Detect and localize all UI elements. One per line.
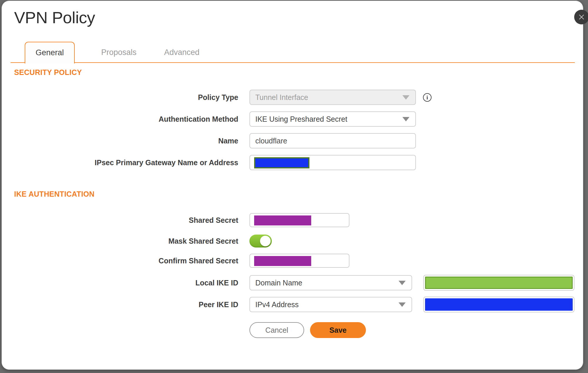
- peer-ike-id-label: Peer IKE ID: [2, 297, 238, 312]
- redacted-peer-ike-id-value: [425, 298, 573, 311]
- policy-type-select: Tunnel Interface: [249, 90, 416, 105]
- section-header-security-policy: SECURITY POLICY: [14, 68, 82, 77]
- name-input[interactable]: cloudflare: [249, 133, 416, 148]
- confirm-shared-secret-input[interactable]: [249, 254, 349, 268]
- tab-bar: General Proposals Advanced: [11, 42, 575, 63]
- local-ike-id-value-input[interactable]: [423, 275, 574, 291]
- shared-secret-input[interactable]: [249, 213, 349, 227]
- chevron-down-icon: [402, 95, 409, 100]
- tab-proposals[interactable]: Proposals: [89, 42, 148, 63]
- authentication-method-label: Authentication Method: [2, 111, 238, 127]
- ipsec-gateway-input[interactable]: [249, 155, 416, 170]
- ipsec-gateway-label: IPsec Primary Gateway Name or Address: [2, 155, 238, 170]
- chevron-down-icon: [402, 117, 409, 121]
- save-button[interactable]: Save: [310, 322, 366, 338]
- mask-shared-secret-toggle[interactable]: [249, 235, 272, 247]
- confirm-shared-secret-label: Confirm Shared Secret: [2, 254, 238, 268]
- mask-shared-secret-label: Mask Shared Secret: [2, 235, 238, 247]
- cancel-button[interactable]: Cancel: [249, 322, 304, 338]
- dialog-title: VPN Policy: [14, 8, 95, 27]
- peer-ike-id-value-input[interactable]: [423, 297, 574, 312]
- tab-general[interactable]: General: [25, 42, 75, 63]
- redacted-shared-secret-value: [254, 215, 311, 225]
- name-value: cloudflare: [255, 137, 287, 145]
- chevron-down-icon: [399, 281, 406, 285]
- redacted-local-ike-id-value: [425, 277, 573, 289]
- vpn-policy-dialog: VPN Policy General Proposals Advanced SE…: [1, 1, 583, 370]
- close-button[interactable]: [574, 10, 588, 24]
- peer-ike-id-select[interactable]: IPv4 Address: [249, 297, 412, 312]
- authentication-method-select[interactable]: IKE Using Preshared Secret: [249, 111, 416, 127]
- tab-advanced[interactable]: Advanced: [152, 42, 211, 63]
- peer-ike-id-type-value: IPv4 Address: [255, 300, 299, 309]
- local-ike-id-select[interactable]: Domain Name: [249, 275, 412, 290]
- chevron-down-icon: [399, 302, 406, 307]
- policy-type-value: Tunnel Interface: [255, 93, 308, 102]
- name-label: Name: [2, 133, 238, 148]
- local-ike-id-type-value: Domain Name: [255, 279, 302, 287]
- info-icon[interactable]: i: [423, 93, 432, 102]
- policy-type-label: Policy Type: [2, 90, 238, 105]
- authentication-method-value: IKE Using Preshared Secret: [255, 115, 347, 123]
- redacted-confirm-secret-value: [254, 256, 311, 266]
- section-header-ike-authentication: IKE AUTHENTICATION: [14, 190, 94, 198]
- redacted-gateway-value: [254, 157, 309, 168]
- shared-secret-label: Shared Secret: [2, 213, 238, 227]
- close-icon: [578, 13, 585, 21]
- local-ike-id-label: Local IKE ID: [2, 275, 238, 290]
- toggle-knob: [260, 236, 271, 246]
